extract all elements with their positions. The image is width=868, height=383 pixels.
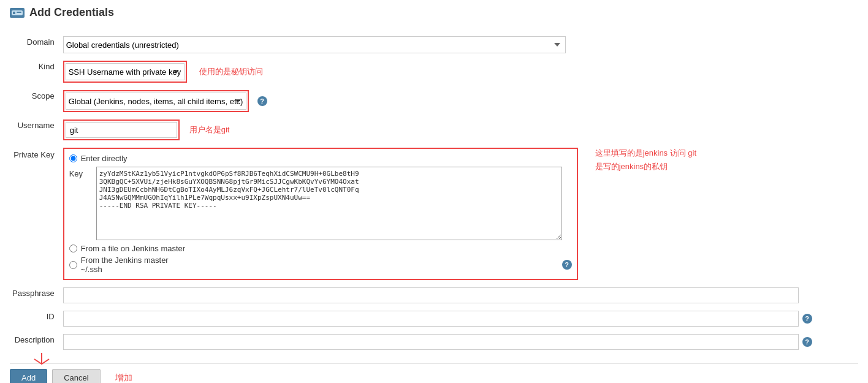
scope-select[interactable]: Global (Jenkins, nodes, items, all child…	[66, 93, 246, 110]
kind-select-box: SSH Username with private key	[63, 61, 187, 83]
username-input-box	[63, 119, 180, 140]
cancel-button[interactable]: Cancel	[52, 369, 100, 383]
ssh-icon	[10, 8, 25, 18]
username-annotation: 用户名是git	[189, 124, 230, 135]
private-key-annotation-block: 这里填写的是jenkins 访问 git 是写的jenkins的私钥	[590, 148, 696, 172]
svg-rect-2	[17, 12, 21, 13]
kind-select[interactable]: SSH Username with private key	[66, 63, 185, 80]
id-label: ID	[10, 307, 61, 330]
key-sub-label: Key	[69, 167, 94, 178]
description-input[interactable]	[63, 334, 799, 350]
enter-directly-radio[interactable]	[69, 154, 77, 162]
scope-help-icon[interactable]: ?	[257, 96, 267, 106]
description-label: Description	[10, 330, 61, 354]
passphrase-input[interactable]	[63, 287, 799, 303]
add-annotation: 增加	[115, 373, 132, 384]
kind-label: Kind	[10, 57, 61, 86]
add-button[interactable]: Add	[10, 369, 47, 383]
domain-select[interactable]: Global credentials (unrestricted)	[63, 36, 566, 53]
from-ssh-radio[interactable]	[69, 261, 77, 269]
username-label: Username	[10, 116, 61, 144]
private-key-label: Private Key	[10, 144, 61, 284]
domain-label: Domain	[10, 32, 61, 57]
page-title: Add Credentials	[10, 6, 858, 21]
private-key-annotation1: 这里填写的是jenkins 访问 git	[595, 148, 696, 159]
private-key-section: Enter directly Key From a file on Jenkin…	[63, 148, 578, 280]
id-input[interactable]	[63, 311, 799, 327]
key-textarea[interactable]	[96, 167, 562, 240]
username-input[interactable]	[66, 122, 177, 138]
description-help-icon[interactable]: ?	[802, 337, 812, 347]
passphrase-label: Passphrase	[10, 284, 61, 307]
bottom-buttons: Add Cancel 增加	[10, 363, 858, 383]
enter-directly-label[interactable]: Enter directly	[81, 154, 128, 163]
private-key-annotation2: 是写的jenkins的私钥	[595, 161, 696, 172]
page-title-text: Add Credentials	[29, 6, 114, 19]
from-file-radio[interactable]	[69, 245, 77, 252]
from-file-label[interactable]: From a file on Jenkins master	[81, 244, 186, 253]
scope-label: Scope	[10, 86, 61, 116]
kind-annotation: 使用的是秘钥访问	[199, 66, 263, 77]
svg-rect-1	[13, 12, 15, 14]
scope-select-box: Global (Jenkins, nodes, items, all child…	[63, 90, 249, 112]
id-help-icon[interactable]: ?	[802, 314, 812, 324]
add-arrow-icon	[29, 353, 54, 368]
from-ssh-label[interactable]: From the Jenkins master ~/.ssh	[81, 256, 191, 274]
private-key-help-icon[interactable]: ?	[562, 260, 572, 270]
